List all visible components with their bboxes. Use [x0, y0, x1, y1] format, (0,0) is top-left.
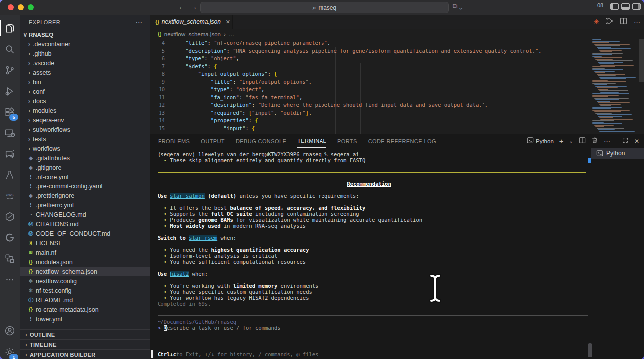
folder-row-seqera-env[interactable]: ›seqera-env [20, 115, 150, 125]
folder-row-modules[interactable]: ›modules [20, 106, 150, 115]
extension-splat-icon[interactable]: ✳ [593, 18, 599, 26]
code-line: 15 "input": { [150, 125, 588, 133]
panel-tab-ports[interactable]: PORTS [337, 135, 357, 147]
section-outline[interactable]: ›OUTLINE [20, 329, 150, 339]
terminal-dropdown-icon[interactable]: ⌄ [569, 138, 573, 144]
tab-nextflow-schema[interactable]: {} nextflow_schema.json ✕ [150, 15, 233, 29]
minimap[interactable] [590, 39, 638, 134]
breadcrumb[interactable]: {} nextflow_schema.json › … [150, 29, 644, 39]
file-row-main.nf[interactable]: ≋main.nf [20, 248, 150, 257]
file-row-modules.json[interactable]: {}modules.json [20, 257, 150, 267]
terminal-scrollbar[interactable] [588, 343, 592, 357]
folder-row-assets[interactable]: ›assets [20, 68, 150, 77]
file-row-.prettierrc.yml[interactable]: !.prettierrc.yml [20, 200, 150, 210]
folder-row-workflows[interactable]: ›workflows [20, 144, 150, 153]
breadcrumb-file[interactable]: nextflow_schema.json [164, 31, 221, 37]
run-graph-icon[interactable] [606, 17, 613, 27]
close-panel-icon[interactable]: ✕ [634, 138, 639, 145]
file-row-.prettierignore[interactable]: ◈.prettierignore [20, 191, 150, 200]
file-row-ro-crate-metadata.json[interactable]: {}ro-crate-metadata.json [20, 305, 150, 314]
text-segment: "input_output_options" [198, 71, 268, 77]
code-area[interactable]: 4 "title": "nf-core/rnaseq pipeline para… [150, 39, 588, 134]
folder-row-conf[interactable]: ›conf [20, 87, 150, 96]
file-row-tower.yml[interactable]: !tower.yml [20, 314, 150, 324]
back-icon[interactable]: ← [177, 3, 186, 11]
panel-tab-problems[interactable]: PROBLEMS [158, 135, 190, 147]
text-segment [158, 211, 164, 217]
text-segment: These skip alignment entirely and quanti… [170, 157, 365, 163]
file-row-.pre-commit-config.yaml[interactable]: !.pre-commit-config.yaml [20, 181, 150, 191]
minimize-traffic-light[interactable] [18, 4, 24, 10]
terminal-session-python[interactable]: Python [591, 148, 644, 159]
editor-scrollbar[interactable] [639, 39, 644, 82]
file-row-nextflow_schema.json[interactable]: {}nextflow_schema.json [20, 267, 150, 276]
activity-item-testing-icon[interactable] [0, 166, 20, 184]
file-row-README.md[interactable]: ⓘREADME.md [20, 295, 150, 305]
file-row-nf-test.config[interactable]: ✻nf-test.config [20, 286, 150, 295]
file-row-.nf-core.yml[interactable]: !.nf-core.yml [20, 172, 150, 181]
folder-row-tests[interactable]: ›tests [20, 134, 150, 144]
label: modules [33, 107, 56, 114]
panel-tab-code-reference-log[interactable]: CODE REFERENCE LOG [368, 135, 436, 147]
tab-overview-icon[interactable]: ⧉ ⌄ [453, 2, 462, 10]
folder-row-.vscode[interactable]: ›.vscode [20, 58, 150, 68]
text-segment: , [538, 48, 541, 54]
text-segment: You need the [170, 247, 211, 253]
explorer-more-icon[interactable]: ⋯ [136, 18, 143, 26]
folder-row-.devcontainer[interactable]: ›.devcontainer [20, 39, 150, 49]
split-terminal-icon[interactable] [579, 137, 586, 146]
section-application-builder[interactable]: ›APPLICATION BUILDER [20, 349, 150, 359]
terminal-scroll-marker [588, 158, 591, 163]
activity-item-pipelines-icon[interactable] [0, 249, 20, 268]
activity-item-search-icon[interactable] [0, 40, 20, 59]
kill-terminal-icon[interactable] [591, 137, 598, 146]
panel-tab-debug-console[interactable]: DEBUG CONSOLE [236, 135, 286, 147]
folder-row-subworkflows[interactable]: ›subworkflows [20, 125, 150, 134]
activity-item-remote-monitor-icon[interactable] [0, 124, 20, 143]
text-segment: : [230, 86, 236, 92]
file-row-CITATIONS.md[interactable]: ⓂCITATIONS.md [20, 219, 150, 229]
close-traffic-light[interactable] [8, 4, 14, 10]
forward-icon[interactable]: → [189, 3, 198, 11]
code-line: 11 "fa_icon": "fas fa-terminal", [150, 94, 588, 102]
file-row-CODE_OF_CONDUCT.md[interactable]: ⓂCODE_OF_CONDUCT.md [20, 229, 150, 238]
file-row-CHANGELOG.md[interactable]: ◔CHANGELOG.md [20, 210, 150, 219]
activity-item-source-control-icon[interactable] [0, 61, 20, 80]
folder-row-bin[interactable]: ›bin [20, 77, 150, 87]
terminal-output[interactable]: (seqera-env) llewelyn-van-der-berg@KTW2Y… [150, 148, 591, 359]
file-row-.gitignore[interactable]: ◈.gitignore [20, 163, 150, 172]
file-row-LICENSE[interactable]: §LICENSE [20, 238, 150, 248]
toggle-secondary-sidebar-icon[interactable] [632, 3, 641, 10]
layout-counter-icon[interactable]: 08 [597, 2, 603, 8]
activity-item-extensions-icon[interactable]: 5 [0, 103, 20, 122]
split-editor-icon[interactable] [620, 17, 627, 27]
tree-root-rnaseq[interactable]: ∨RNASEQ [20, 30, 150, 39]
activity-item-chat-icon[interactable] [0, 145, 20, 164]
activity-item-more-icon[interactable] [0, 270, 20, 289]
file-row-nextflow.config[interactable]: ✻nextflow.config [20, 276, 150, 286]
activity-item-gitlens-icon[interactable] [0, 228, 20, 247]
folder-row-.github[interactable]: ›.github [20, 49, 150, 58]
folder-row-docs[interactable]: ›docs [20, 96, 150, 106]
activity-item-accounts-icon[interactable] [0, 321, 20, 340]
breadcrumb-more[interactable]: … [229, 31, 235, 37]
zoom-traffic-light[interactable] [28, 4, 34, 10]
file-row-.gitattributes[interactable]: ◈.gitattributes [20, 153, 150, 163]
panel-tab-output[interactable]: OUTPUT [201, 135, 225, 147]
close-tab-icon[interactable]: ✕ [226, 19, 230, 25]
maximize-panel-icon[interactable] [622, 137, 629, 146]
toggle-panel-icon[interactable] [621, 3, 630, 10]
editor-more-icon[interactable]: ⋯ [634, 18, 640, 26]
activity-item-settings-icon[interactable]: 1 [0, 343, 20, 359]
new-terminal-icon[interactable]: + [559, 137, 564, 145]
toggle-sidebar-icon[interactable] [610, 3, 619, 10]
section-timeline[interactable]: ›TIMELINE [20, 339, 150, 349]
activity-item-aws-icon[interactable]: aws [0, 186, 20, 205]
activity-item-explorer-icon[interactable] [0, 19, 20, 38]
activity-item-run-debug-icon[interactable] [0, 82, 20, 101]
terminal-line: • These skip alignment entirely and quan… [158, 157, 591, 163]
panel-tab-terminal[interactable]: TERMINAL [297, 135, 326, 148]
activity-item-hexagon-icon[interactable] [0, 207, 20, 226]
command-center-search[interactable]: ⌕ rnaseq [200, 2, 449, 13]
panel-more-icon[interactable]: ⋯ [604, 137, 610, 145]
